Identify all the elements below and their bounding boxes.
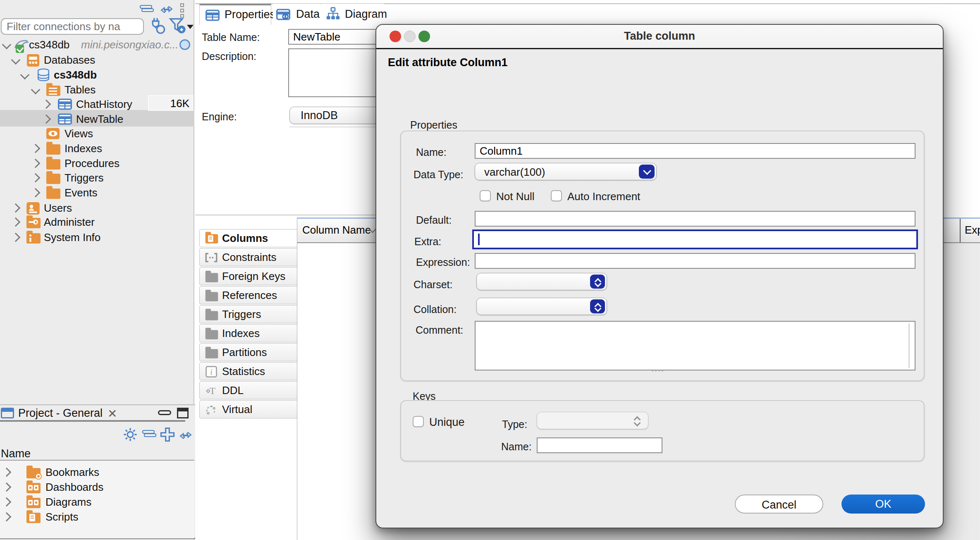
table-name-label: Table Name: xyxy=(202,31,260,43)
project-row-bookmarks[interactable]: Bookmarks xyxy=(0,465,194,480)
tree-row-triggers[interactable]: Triggers xyxy=(0,170,194,185)
chevron-right-icon[interactable] xyxy=(11,233,21,242)
chevron-right-icon[interactable] xyxy=(42,100,51,109)
key-type-label: Type: xyxy=(502,418,527,430)
collation-stepper-button[interactable] xyxy=(590,299,605,313)
section-tab-label: Indexes xyxy=(222,327,260,340)
data-type-value: varchar(100) xyxy=(484,166,545,179)
section-tab-partitions[interactable]: Partitions xyxy=(199,343,299,361)
close-icon[interactable]: ✕ xyxy=(108,407,117,421)
tree-row-indexes[interactable]: Indexes xyxy=(0,141,194,156)
tree-row-system-info[interactable]: System Info xyxy=(0,230,194,245)
more-dots-icon[interactable] xyxy=(180,3,186,18)
chevron-down-icon[interactable] xyxy=(2,40,12,50)
project-row-diagrams[interactable]: Diagrams xyxy=(0,495,194,509)
project-tab[interactable]: Project - General ✕ xyxy=(0,407,185,420)
key-name-input[interactable] xyxy=(537,437,662,453)
constraints-icon xyxy=(205,253,218,263)
name-column-header[interactable]: Name xyxy=(1,447,31,460)
chevron-right-icon[interactable] xyxy=(11,217,21,227)
tree-row-newtable[interactable]: NewTable xyxy=(0,112,194,127)
section-tab-label: Statistics xyxy=(222,365,265,378)
charset-select[interactable] xyxy=(476,273,607,290)
data-type-dropdown-button[interactable] xyxy=(639,165,655,179)
section-tab-references[interactable]: References xyxy=(199,286,299,304)
minimize-icon[interactable] xyxy=(158,410,171,415)
tiles-icon[interactable] xyxy=(140,5,154,12)
plug-icon[interactable] xyxy=(149,17,167,35)
section-tab-foreign-keys[interactable]: Foreign Keys xyxy=(199,267,299,285)
tree-row-views[interactable]: Views xyxy=(0,126,194,141)
tiles-icon[interactable] xyxy=(142,430,156,437)
sync-arrows-icon[interactable] xyxy=(160,2,174,15)
ddl-icon: T xyxy=(205,385,217,397)
filter-dropdown-arrow[interactable] xyxy=(187,25,194,29)
folder-icon xyxy=(206,311,218,320)
comment-textarea[interactable] xyxy=(475,321,915,370)
ok-button[interactable]: OK xyxy=(841,495,925,514)
chevron-right-icon[interactable] xyxy=(2,512,12,522)
folder-icon xyxy=(46,159,60,170)
charset-stepper-button[interactable] xyxy=(590,275,605,289)
key-type-select-disabled[interactable] xyxy=(537,412,648,429)
chevron-right-icon[interactable] xyxy=(31,188,41,198)
chevron-right-icon[interactable] xyxy=(31,159,41,168)
project-row-scripts[interactable]: Scripts xyxy=(0,509,194,524)
tree-row-databases[interactable]: Databases xyxy=(0,53,194,67)
section-tab-ddl[interactable]: T DDL xyxy=(199,381,299,399)
section-tab-triggers[interactable]: Triggers xyxy=(199,305,299,323)
extra-input-focused[interactable] xyxy=(472,229,918,249)
chevron-right-icon[interactable] xyxy=(31,173,41,183)
gear-icon[interactable] xyxy=(122,427,138,442)
folder-icon xyxy=(206,349,218,358)
project-tab-underline xyxy=(0,420,185,422)
collation-select[interactable] xyxy=(476,298,607,315)
resize-handle-dots[interactable] xyxy=(652,370,653,371)
tab-properties[interactable]: Properties xyxy=(199,4,271,25)
chevron-down-icon[interactable] xyxy=(20,70,30,80)
tree-row-connection[interactable]: cs348db mini.peisongxiao.c... xyxy=(0,37,194,52)
section-tab-virtual[interactable]: Virtual xyxy=(199,400,299,418)
plus-icon[interactable] xyxy=(160,427,175,442)
chevron-down-icon[interactable] xyxy=(11,55,21,65)
grid-expr-header[interactable]: Expr xyxy=(965,224,980,237)
section-tab-indexes[interactable]: Indexes xyxy=(199,324,299,342)
chevron-down-icon[interactable] xyxy=(31,85,41,95)
section-tab-columns[interactable]: Columns xyxy=(199,229,299,247)
unique-label: Unique xyxy=(429,416,465,429)
filter-funnel-icon[interactable] xyxy=(169,17,187,35)
chevron-right-icon[interactable] xyxy=(31,144,41,153)
chevron-right-icon[interactable] xyxy=(42,115,51,124)
tree-row-chathistory[interactable]: ChatHistory 16K xyxy=(0,97,194,112)
chevron-right-icon[interactable] xyxy=(2,497,12,507)
tab-diagram[interactable]: Diagram xyxy=(322,4,384,25)
data-type-select[interactable]: varchar(100) xyxy=(475,163,657,180)
filter-connections-input[interactable] xyxy=(1,18,144,35)
default-input[interactable] xyxy=(475,211,915,227)
expression-input[interactable] xyxy=(475,253,915,269)
unique-checkbox[interactable] xyxy=(413,416,424,427)
grid-column-name-header[interactable]: Column Name xyxy=(302,224,371,237)
column-name-input[interactable]: Column1 xyxy=(475,143,915,159)
tree-row-events[interactable]: Events xyxy=(0,185,194,200)
cancel-button[interactable]: Cancel xyxy=(735,495,823,514)
tree-row-administer[interactable]: Administer xyxy=(0,215,194,229)
tab-data[interactable]: Data xyxy=(273,4,321,25)
views-eye-icon xyxy=(46,128,60,139)
section-tab-constraints[interactable]: Constraints xyxy=(199,248,299,266)
section-tab-statistics[interactable]: i Statistics xyxy=(199,362,299,380)
project-row-dashboards[interactable]: Dashboards xyxy=(0,480,194,495)
chevron-right-icon[interactable] xyxy=(2,483,12,492)
chevron-right-icon[interactable] xyxy=(2,468,12,477)
not-null-checkbox[interactable] xyxy=(480,190,491,201)
chevron-right-icon[interactable] xyxy=(11,203,21,213)
tree-row-procedures[interactable]: Procedures xyxy=(0,156,194,171)
auto-increment-checkbox[interactable] xyxy=(551,190,562,201)
tree-row-schema-cs348db[interactable]: cs348db xyxy=(0,67,194,82)
comment-scrollbar[interactable] xyxy=(908,323,910,368)
sync-arrows-icon[interactable] xyxy=(179,428,193,441)
tree-row-users[interactable]: Users xyxy=(0,201,194,215)
properties-group-label: Properties xyxy=(410,119,457,131)
dialog-titlebar[interactable]: Table column xyxy=(376,25,943,49)
maximize-icon[interactable] xyxy=(177,408,189,418)
